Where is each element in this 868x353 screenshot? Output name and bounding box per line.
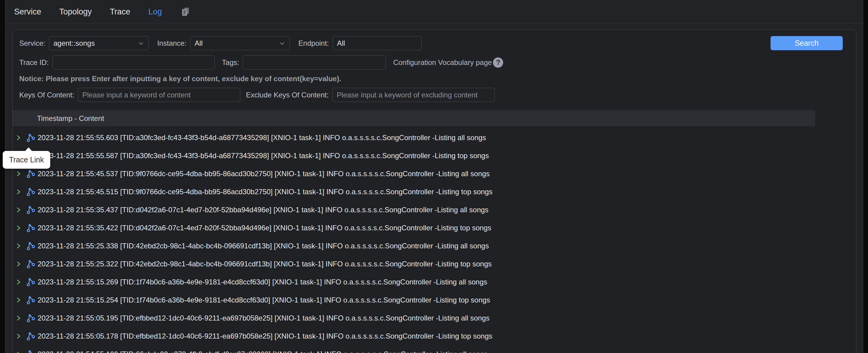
chevron-right-icon[interactable] [15,134,22,141]
top-navbar: Service Topology Trace Log [5,0,863,24]
log-content: 2023-11-28 21:55:45.515 [TID:9f0766dc-ce… [38,188,492,196]
tags-input[interactable] [243,55,386,69]
trace-link-icon[interactable] [26,278,35,287]
log-row: 2023-11-28 21:55:35.422 [TID:d042f2a6-07… [12,219,856,237]
log-content: 2023-11-28 21:55:15.254 [TID:1f74b0c6-a3… [38,296,490,304]
log-content: 2023-11-28 21:54:55.109 [TID:66abde00-c2… [38,350,488,353]
keys-of-content-label: Keys Of Content: [19,91,74,99]
search-button[interactable]: Search [771,36,843,50]
log-row: 2023-11-28 21:55:35.437 [TID:d042f2a6-07… [12,201,856,219]
log-content: 2023-11-28 21:55:25.338 [TID:42ebd2cb-98… [38,242,489,250]
trace-link-icon[interactable] [26,169,35,178]
chevron-right-icon[interactable] [15,170,22,177]
trace-link-tooltip: Trace Link [3,151,50,169]
log-row: 2023-11-28 21:54:55.109 [TID:66abde00-c2… [12,345,856,353]
log-content: 2023-11-28 21:55:55.603 [TID:a30fc3ed-fc… [38,133,486,142]
log-rows: 2023-11-28 21:55:55.603 [TID:a30fc3ed-fc… [12,129,856,353]
trace-link-icon[interactable] [26,350,35,353]
log-row: 2023-11-28 21:55:15.269 [TID:1f74b0c6-a3… [12,273,856,291]
trace-link-icon[interactable] [26,259,35,268]
chevron-right-icon[interactable] [15,351,22,353]
log-row: 2023-11-28 21:55:15.254 [TID:1f74b0c6-a3… [12,291,856,309]
instance-select[interactable]: All [190,36,290,50]
endpoint-label: Endpoint: [298,39,329,47]
copy-docs-icon[interactable] [180,6,191,17]
log-row: 2023-11-28 21:55:45.515 [TID:9f0766dc-ce… [12,183,856,201]
log-content: 2023-11-28 21:55:55.587 [TID:a30fc3ed-fc… [38,152,489,160]
table-header-label: Timestamp - Content [37,114,104,123]
question-circle-icon[interactable]: ? [493,58,503,68]
log-content: 2023-11-28 21:55:45.537 [TID:9f0766dc-ce… [38,169,490,178]
exclude-keys-of-content-label: Exclude Keys Of Content: [246,91,329,99]
notice-text: Notice: Please press Enter after inputti… [19,74,856,83]
chevron-right-icon[interactable] [15,225,22,231]
chevron-right-icon[interactable] [15,206,22,213]
log-row: 2023-11-28 21:55:25.338 [TID:42ebd2cb-98… [12,237,856,255]
service-select-value: agent::songs [54,39,95,47]
log-row: 2023-11-28 21:55:55.587 [TID:a30fc3ed-fc… [12,147,856,165]
chevron-right-icon[interactable] [15,297,22,303]
service-label: Service: [19,39,45,47]
log-content: 2023-11-28 21:55:35.437 [TID:d042f2a6-07… [38,206,489,214]
filter-row-keys: Keys Of Content: Exclude Keys Of Content… [12,88,856,102]
chevron-right-icon[interactable] [15,243,22,249]
log-row: 2023-11-28 21:55:55.603 [TID:a30fc3ed-fc… [12,129,856,147]
table-header: Timestamp - Content [12,110,815,126]
log-content: 2023-11-28 21:55:05.178 [TID:efbbed12-1d… [38,332,492,341]
tags-label: Tags: [222,58,239,67]
instance-label: Instance: [157,39,186,47]
trace-link-icon[interactable] [26,295,35,304]
trace-link-icon[interactable] [26,205,35,214]
chevron-right-icon[interactable] [15,333,22,340]
log-content: 2023-11-28 21:55:35.422 [TID:d042f2a6-07… [38,224,491,232]
trace-link-icon[interactable] [26,223,35,232]
endpoint-input[interactable] [333,36,422,50]
filter-row-trace: Trace ID: Tags: Configuration Vocabulary… [12,55,856,69]
trace-link-icon[interactable] [26,242,35,251]
instance-select-value: All [195,39,203,47]
log-row: 2023-11-28 21:55:05.178 [TID:efbbed12-1d… [12,327,856,345]
keys-of-content-input[interactable] [78,88,240,102]
chevron-down-icon [138,40,144,46]
service-select[interactable]: agent::songs [49,36,149,50]
log-table: Timestamp - Content [12,110,856,353]
nav-tab-topology[interactable]: Topology [59,0,92,24]
trace-link-icon[interactable] [26,187,35,196]
log-row: 2023-11-28 21:55:25.322 [TID:42ebd2cb-98… [12,255,856,273]
configuration-vocabulary-link[interactable]: Configuration Vocabulary page [393,58,492,67]
nav-tab-trace[interactable]: Trace [110,0,130,24]
nav-tab-log[interactable]: Log [148,0,162,24]
trace-link-tooltip-text: Trace Link [9,156,44,164]
log-row: 2023-11-28 21:55:45.537 [TID:9f0766dc-ce… [12,165,856,183]
chevron-right-icon[interactable] [15,315,22,321]
log-content: 2023-11-28 21:55:05.195 [TID:efbbed12-1d… [38,314,490,322]
log-content: 2023-11-28 21:55:15.269 [TID:1f74b0c6-a3… [38,278,487,286]
chevron-down-icon [279,40,285,46]
chevron-right-icon[interactable] [15,261,22,267]
chevron-right-icon[interactable] [15,279,22,285]
nav-tab-service[interactable]: Service [14,0,41,24]
log-content: 2023-11-28 21:55:25.322 [TID:42ebd2cb-98… [38,260,492,268]
exclude-keys-of-content-input[interactable] [332,88,495,102]
trace-link-icon[interactable] [26,133,35,142]
trace-link-icon[interactable] [26,314,35,323]
trace-id-label: Trace ID: [19,58,49,67]
log-row: 2023-11-28 21:55:05.195 [TID:efbbed12-1d… [12,309,856,327]
trace-id-input[interactable] [52,55,215,69]
chevron-right-icon[interactable] [15,189,22,195]
log-panel: Service: agent::songs Instance: All Endp… [12,29,856,353]
app-window: Service Topology Trace Log Service: agen… [5,0,863,353]
filter-row-primary: Service: agent::songs Instance: All Endp… [12,36,856,50]
trace-link-icon[interactable] [26,332,35,341]
